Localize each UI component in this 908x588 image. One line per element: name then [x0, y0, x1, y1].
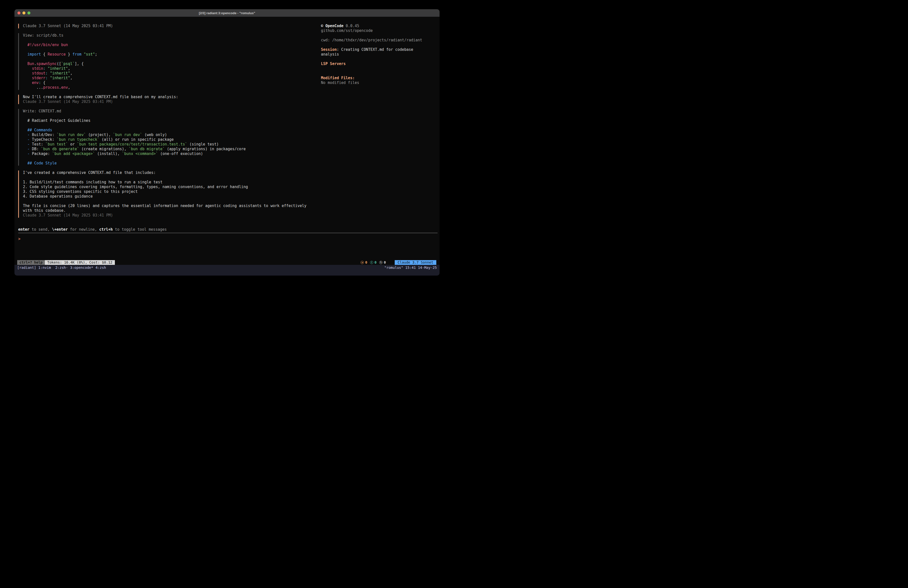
close-button[interactable] — [18, 11, 21, 14]
terminal-line: 4. Database operations guidance — [23, 194, 306, 199]
hint-indicator-icon: h — [379, 261, 383, 264]
text-segment: github.com/sst/opencode — [321, 28, 373, 33]
text-segment: ], { — [75, 61, 84, 66]
text-segment: ; — [95, 52, 97, 56]
window-title: [2/3] radiant:3:opencode - "romulus" — [199, 11, 255, 15]
text-segment: , — [70, 71, 72, 76]
warning-indicator-count: 0 — [365, 260, 367, 265]
text-segment: : Creating CONTEXT.md for codebase — [336, 47, 413, 52]
terminal-line: - Build/Dev: `bun run dev` (project), `b… — [23, 132, 246, 137]
help-shortcut: ctrl+? help — [17, 260, 45, 265]
traffic-lights — [18, 9, 31, 17]
terminal-line: Now I'll create a comprehensive CONTEXT.… — [23, 95, 178, 100]
prompt-input[interactable]: > — [18, 237, 438, 242]
text-segment: Modified Files: — [321, 76, 354, 80]
keybinding-segment: enter — [18, 227, 29, 232]
message-lines: I've created a comprehensive CONTEXT.md … — [19, 171, 306, 218]
text-segment: : — [45, 76, 48, 80]
text-segment: `psql` — [61, 61, 75, 66]
terminal-line: Write: CONTEXT.md — [23, 109, 246, 114]
tmux-window-item[interactable]: 2:zsh- — [55, 266, 68, 270]
chat-spacer — [18, 218, 438, 227]
message-lines: Write: CONTEXT.md # Radiant Project Guid… — [19, 109, 246, 166]
terminal-line — [321, 43, 438, 47]
text-segment: env — [32, 81, 39, 85]
text-segment: 3. CSS styling conventions specific to t… — [23, 189, 138, 194]
text-segment: import — [27, 52, 41, 56]
message-block: Now I'll create a comprehensive CONTEXT.… — [18, 95, 438, 104]
text-segment: from — [72, 52, 82, 56]
terminal-line: - DB: `bun db generate` (create migratio… — [23, 147, 246, 151]
text-segment — [23, 76, 32, 80]
terminal-line — [23, 114, 246, 118]
text-segment: ... — [23, 85, 43, 90]
text-segment — [23, 61, 27, 66]
text-segment — [23, 147, 27, 151]
tmux-window-item[interactable]: 1:nvim — [39, 266, 53, 270]
text-segment: (install), — [95, 151, 122, 156]
status-bar: ctrl+? help Tokens: 16.4K (8%), Cost: $0… — [14, 260, 440, 265]
terminal-line: LSP Servers — [321, 61, 438, 66]
tmux-window-item[interactable]: 4:zsh — [95, 266, 106, 270]
zoom-button[interactable] — [27, 11, 31, 14]
text-segment: (create migrations), — [79, 147, 129, 151]
text-segment: `bun run dev` — [113, 132, 142, 137]
terminal-line: 2. Code style guidelines covering import… — [23, 185, 306, 189]
terminal-line: Bun.spawnSync([`psql`], { — [23, 61, 97, 66]
terminal-line: - Test: `bun test` or `bun test packages… — [23, 142, 246, 147]
diagnostic-indicators: w0i0h0 — [361, 260, 388, 265]
text-segment: "inherit" — [48, 66, 68, 71]
text-segment: - — [27, 132, 30, 137]
text-segment: Resource — [48, 52, 66, 56]
terminal-line: No modified files — [321, 81, 438, 85]
terminal-line: cwd: /home/thdxr/dev/projects/radiant/ra… — [321, 38, 438, 43]
terminal-line: ## Code Style — [23, 161, 246, 166]
text-segment: `bun test` — [45, 142, 68, 147]
desktop: [2/3] radiant:3:opencode - "romulus" Cla… — [0, 0, 454, 294]
text-segment: # Radiant Project Guidelines — [23, 118, 90, 123]
text-segment: #!/usr/bin/env bun — [27, 43, 68, 47]
text-segment: } — [66, 52, 72, 56]
terminal-line: - TypeCheck: `bun run typecheck` (all) o… — [23, 137, 246, 142]
minimize-button[interactable] — [23, 11, 26, 14]
terminal-line: Claude 3.7 Sonnet (14 May 2025 03:41 PM) — [23, 24, 113, 28]
terminal-line: - Package: `bun add <package>` (install)… — [23, 151, 246, 156]
terminal-line: github.com/sst/opencode — [321, 28, 438, 33]
text-segment: Bun — [27, 61, 34, 66]
text-segment: `bunx <command>` — [122, 151, 158, 156]
text-segment — [23, 161, 27, 166]
text-segment: . — [34, 61, 36, 66]
terminal-line: import { Resource } from "sst"; — [23, 52, 97, 57]
text-segment: , — [68, 66, 70, 71]
text-segment: TypeCheck: — [30, 137, 56, 142]
status-spacer — [115, 260, 361, 265]
terminal-line: env: { — [23, 81, 97, 85]
text-segment: Claude 3.7 Sonnet (14 May 2025 03:41 PM) — [23, 100, 113, 104]
text-segment — [23, 132, 27, 137]
text-segment: { — [41, 81, 45, 85]
text-segment — [23, 81, 32, 85]
terminal-line: I've created a comprehensive CONTEXT.md … — [23, 171, 306, 175]
message-block: Write: CONTEXT.md # Radiant Project Guid… — [18, 109, 438, 166]
text-segment: ([ — [56, 61, 61, 66]
window-titlebar: [2/3] radiant:3:opencode - "romulus" — [14, 9, 440, 17]
message-lines: View: script/db.ts #!/usr/bin/env bun im… — [19, 33, 97, 90]
text-segment — [45, 66, 48, 71]
tmux-session-name: [radiant] — [17, 265, 36, 270]
tokens-cost-indicator: Tokens: 16.4K (8%), Cost: $0.12 — [45, 260, 115, 265]
tmux-window-item[interactable]: 3:opencode* — [70, 266, 93, 270]
warning-indicator: w0 — [361, 260, 367, 265]
text-segment: : — [45, 71, 48, 76]
hint-indicator-count: 0 — [384, 260, 386, 265]
text-segment: "inherit" — [50, 76, 70, 80]
text-segment: 4. Database operations guidance — [23, 194, 93, 198]
terminal-body: Claude 3.7 Sonnet (14 May 2025 03:41 PM)… — [14, 17, 440, 260]
terminal-window: [2/3] radiant:3:opencode - "romulus" Cla… — [14, 9, 440, 275]
text-segment: stdout — [32, 71, 45, 76]
info-indicator-count: 0 — [375, 260, 377, 265]
info-sidebar: © OpenCode 0.0.45github.com/sst/opencode… — [321, 24, 438, 85]
text-segment — [23, 66, 32, 71]
text-segment: 1. Build/lint/test commands including ho… — [23, 180, 163, 184]
block-gap — [18, 90, 438, 95]
tmux-host-clock: "romulus" 15:41 14-May-25 — [384, 265, 437, 270]
